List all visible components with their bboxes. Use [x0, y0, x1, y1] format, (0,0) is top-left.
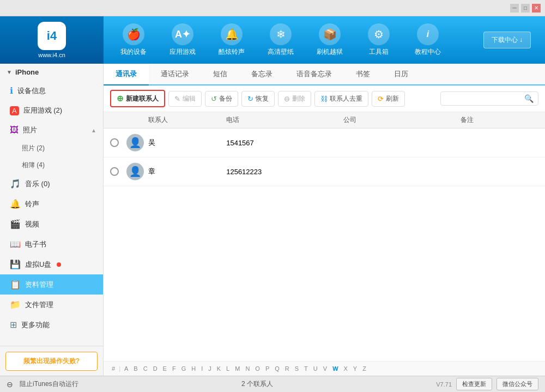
alpha-O[interactable]: O [253, 365, 262, 372]
sidebar-sub-albums-label: 相簿 (4) [22, 161, 45, 170]
download-center-button[interactable]: 下载中心 ↓ [483, 32, 531, 48]
tab-sms[interactable]: 短信 [201, 64, 239, 85]
nav-tutorials[interactable]: i 教程中心 [403, 16, 452, 64]
alpha-I[interactable]: I [199, 365, 204, 372]
device-collapse-arrow: ▼ [7, 69, 12, 75]
nav-ringtones[interactable]: 🔔 酷炫铃声 [207, 16, 256, 64]
alpha-W[interactable]: W [331, 365, 340, 372]
sidebar-item-device-info[interactable]: ℹ 设备信息 [0, 81, 103, 101]
alpha-G[interactable]: G [180, 365, 188, 372]
header-name: 联系人 [148, 115, 226, 125]
alpha-B[interactable]: B [132, 365, 139, 372]
check-update-button[interactable]: 检查更新 [456, 378, 492, 390]
alpha-E[interactable]: E [161, 365, 168, 372]
alpha-P[interactable]: P [264, 365, 271, 372]
alpha-Z[interactable]: Z [361, 365, 368, 372]
backup-button[interactable]: ↺ 备份 [205, 91, 238, 107]
maximize-button[interactable]: □ [521, 4, 530, 13]
tab-notes[interactable]: 备忘录 [239, 64, 284, 85]
alpha-J[interactable]: J [207, 365, 213, 372]
search-input[interactable] [445, 95, 524, 102]
apps-icon: A [10, 106, 19, 115]
sidebar-item-ringtones[interactable]: 🔔 铃声 [0, 194, 103, 214]
edit-label: 编辑 [183, 94, 196, 103]
sidebar-item-apps[interactable]: A 应用游戏 (2) [0, 101, 103, 120]
sidebar-item-videos[interactable]: 🎬 视频 [0, 214, 103, 234]
alpha-H[interactable]: H [190, 365, 197, 372]
window-controls[interactable]: ─ □ ✕ [510, 4, 541, 13]
alpha-hash[interactable]: # [110, 365, 117, 372]
nav-my-device[interactable]: 🍎 我的设备 [109, 16, 158, 64]
sidebar-item-videos-label: 视频 [25, 219, 39, 229]
sidebar-item-apps-label: 应用游戏 (2) [23, 106, 63, 115]
nav-toolbox[interactable]: ⚙ 工具箱 [354, 16, 403, 64]
edit-icon: ✎ [174, 95, 180, 103]
edit-button[interactable]: ✎ 编辑 [168, 91, 202, 107]
trouble-button[interactable]: 频繁出现操作失败? [5, 352, 98, 371]
nav-toolbox-label: 工具箱 [369, 47, 389, 57]
alpha-D[interactable]: D [152, 365, 159, 372]
header-company: 公司 [343, 115, 461, 125]
close-button[interactable]: ✕ [532, 4, 541, 13]
delete-button[interactable]: ⊖ 删除 [278, 91, 311, 107]
nav-jailbreak[interactable]: 📦 刷机越狱 [305, 16, 354, 64]
tab-bookmarks[interactable]: 书签 [344, 64, 382, 85]
refresh-button[interactable]: ⟳ 刷新 [372, 91, 405, 107]
alpha-U[interactable]: U [312, 365, 319, 372]
tab-call-history[interactable]: 通话记录 [149, 64, 201, 85]
nav-tutorials-label: 教程中心 [415, 47, 441, 57]
backup-label: 备份 [219, 94, 232, 103]
alpha-N[interactable]: N [244, 365, 251, 372]
tab-voice-memos[interactable]: 语音备忘录 [284, 64, 344, 85]
minimize-button[interactable]: ─ [510, 4, 519, 13]
sidebar-device-title[interactable]: ▼ iPhone [0, 64, 103, 81]
device-label: iPhone [15, 68, 39, 76]
sidebar-sub-photos[interactable]: 照片 (2) [0, 140, 103, 157]
alpha-K[interactable]: K [215, 365, 222, 372]
new-contact-button[interactable]: ⊕ 新建联系人 [110, 90, 165, 107]
alpha-C[interactable]: C [142, 365, 149, 372]
nav-toolbox-icon: ⚙ [368, 23, 390, 45]
sidebar-item-photos[interactable]: 🖼 照片 ▲ [0, 120, 103, 140]
alpha-F[interactable]: F [171, 365, 178, 372]
merge-contacts-button[interactable]: ⛓ 联系人去重 [314, 91, 368, 107]
alpha-L[interactable]: L [225, 365, 231, 372]
tab-calendar[interactable]: 日历 [382, 64, 420, 85]
videos-icon: 🎬 [10, 219, 21, 229]
header: i4 www.i4.cn 🍎 我的设备 A✦ 应用游戏 🔔 酷炫铃声 ❄ 高清壁… [0, 16, 545, 64]
sidebar-sub-albums[interactable]: 相簿 (4) [0, 157, 103, 174]
alpha-R[interactable]: R [283, 365, 291, 372]
nav-apps-games[interactable]: A✦ 应用游戏 [158, 16, 207, 64]
search-box[interactable]: 🔍 [440, 91, 538, 106]
alpha-M[interactable]: M [233, 365, 241, 372]
row2-phone: 125612223 [226, 168, 343, 176]
alpha-S[interactable]: S [293, 365, 300, 372]
sidebar-item-more[interactable]: ⊞ 更多功能 [0, 315, 103, 335]
alpha-Q[interactable]: Q [273, 365, 281, 372]
nav-my-device-label: 我的设备 [120, 47, 147, 57]
alpha-Y[interactable]: Y [352, 365, 359, 372]
wechat-public-button[interactable]: 微信公众号 [496, 378, 538, 390]
alpha-X[interactable]: X [342, 365, 349, 372]
sidebar-item-ebooks[interactable]: 📖 电子书 [0, 234, 103, 254]
table-row[interactable]: 👤 章 125612223 [104, 157, 545, 186]
nav-jailbreak-icon: 📦 [319, 23, 341, 45]
sidebar-item-data-mgmt[interactable]: 📋 资料管理 [0, 274, 103, 295]
nav-wallpapers[interactable]: ❄ 高清壁纸 [256, 16, 305, 64]
alpha-A[interactable]: A [123, 365, 130, 372]
restore-button[interactable]: ↻ 恢复 [241, 91, 275, 107]
sidebar-item-file-mgmt[interactable]: 📁 文件管理 [0, 295, 103, 315]
row1-radio[interactable] [110, 138, 119, 147]
udisk-icon: 💾 [10, 259, 21, 270]
alpha-T[interactable]: T [302, 365, 310, 372]
table-row[interactable]: 👤 吴 1541567 [104, 128, 545, 157]
restore-label: 恢复 [256, 94, 269, 103]
main-container: ▼ iPhone ℹ 设备信息 A 应用游戏 (2) 🖼 照片 ▲ 照片 (2)… [0, 64, 545, 376]
nav-apps-games-label: 应用游戏 [169, 47, 196, 57]
tab-contacts[interactable]: 通讯录 [104, 64, 149, 85]
alpha-V[interactable]: V [322, 365, 329, 372]
sidebar-item-udisk[interactable]: 💾 虚拟U盘 [0, 254, 103, 274]
sidebar-item-music[interactable]: 🎵 音乐 (0) [0, 174, 103, 194]
udisk-badge [57, 262, 61, 267]
row2-radio[interactable] [110, 167, 119, 176]
